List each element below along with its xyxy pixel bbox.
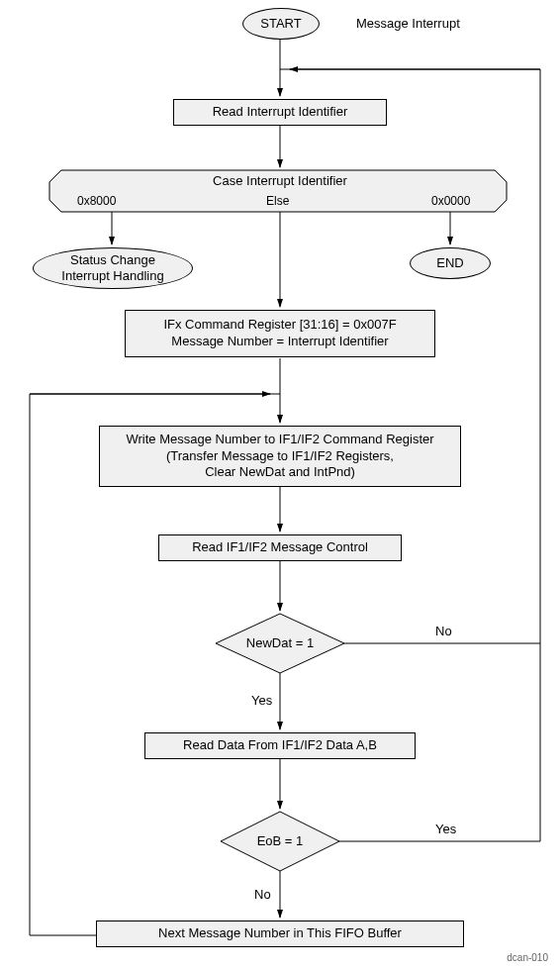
write-l1: Write Message Number to IF1/IF2 Command …: [126, 432, 433, 448]
read-interrupt-text: Read Interrupt Identifier: [213, 104, 348, 121]
read-interrupt-box: Read Interrupt Identifier: [173, 99, 387, 126]
end-label: END: [436, 255, 463, 271]
write-l3: Clear NewDat and IntPnd): [205, 464, 355, 481]
read-ctrl-box: Read IF1/IF2 Message Control: [158, 534, 402, 561]
case-title: Case Interrupt Identifier: [158, 173, 402, 188]
write-l2: (Transfer Message to IF1/IF2 Registers,: [166, 448, 394, 465]
status-change-l1: Status Change: [70, 252, 155, 268]
read-ctrl-text: Read IF1/IF2 Message Control: [192, 539, 368, 556]
eob-text: EoB = 1: [253, 833, 307, 848]
eob-no-label: No: [254, 887, 271, 902]
newdat-yes-label: Yes: [251, 693, 272, 708]
case-right-label: 0x0000: [431, 194, 470, 208]
write-cmd-box: Write Message Number to IF1/IF2 Command …: [99, 426, 461, 487]
read-data-text: Read Data From IF1/IF2 Data A,B: [183, 737, 377, 754]
next-msg-text: Next Message Number in This FIFO Buffer: [158, 925, 402, 942]
footer-id: dcan-010: [507, 952, 548, 963]
ifx-box: IFx Command Register [31:16] = 0x007F Me…: [125, 310, 435, 357]
start-node: START: [242, 8, 320, 40]
newdat-no-label: No: [435, 624, 452, 638]
title-label: Message Interrupt: [356, 16, 460, 31]
eob-yes-label: Yes: [435, 822, 456, 836]
status-change-node: Status Change Interrupt Handling: [33, 247, 193, 289]
end-node: END: [410, 247, 491, 279]
ifx-l2: Message Number = Interrupt Identifier: [171, 334, 388, 350]
start-label: START: [260, 16, 301, 32]
newdat-text: NewDat = 1: [245, 635, 315, 650]
status-change-l2: Interrupt Handling: [61, 268, 163, 284]
read-data-box: Read Data From IF1/IF2 Data A,B: [144, 732, 416, 759]
next-msg-box: Next Message Number in This FIFO Buffer: [96, 921, 464, 947]
case-mid-label: Else: [266, 194, 289, 208]
case-left-label: 0x8000: [77, 194, 116, 208]
ifx-l1: IFx Command Register [31:16] = 0x007F: [163, 317, 396, 334]
